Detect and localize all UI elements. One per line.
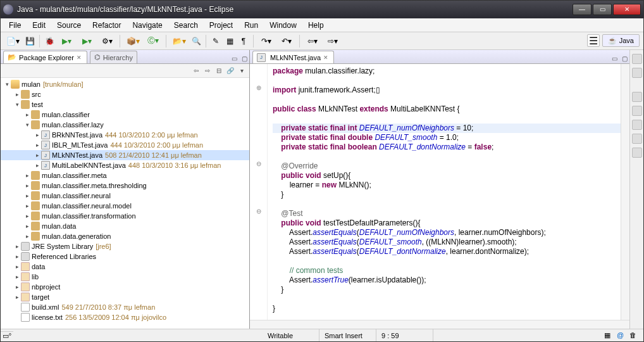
editor-pane: J MLkNNTest.java ✕ ▭ ▢ ⊕ ⊖ ⊖: [250, 50, 629, 329]
fwd-history-button[interactable]: ⇨: [202, 66, 213, 76]
search-button[interactable]: 🔍: [190, 35, 202, 48]
overview-ruler[interactable]: [621, 64, 629, 320]
status-icon[interactable]: @: [617, 331, 626, 340]
link-editor-button[interactable]: 🔗: [225, 66, 235, 76]
menu-refactor[interactable]: Refactor: [87, 20, 127, 31]
save-button[interactable]: 💾: [23, 35, 36, 48]
status-icon[interactable]: ▦: [604, 331, 613, 340]
folder-icon: [21, 262, 30, 271]
pkg-classifier[interactable]: ▸mulan.classifier: [1, 110, 249, 120]
tab-hierarchy[interactable]: ⌬ Hierarchy: [90, 51, 137, 63]
file-iblr[interactable]: ▸JIBLR_MLTest.java444 10/3/2010 2:00 μμ …: [1, 140, 249, 150]
minimized-view-icon[interactable]: [632, 148, 642, 158]
back-button[interactable]: ⇦▾: [303, 35, 322, 48]
folder-lib[interactable]: ▸lib: [1, 272, 249, 282]
minimized-view-icon[interactable]: [632, 106, 642, 116]
folder-nbproject[interactable]: ▸nbproject: [1, 282, 249, 292]
prev-annotation-button[interactable]: ↶▾: [277, 35, 296, 48]
forward-button[interactable]: ⇨▾: [323, 35, 342, 48]
open-type-button[interactable]: 📂▾: [170, 35, 189, 48]
restore-view-button[interactable]: [632, 54, 642, 64]
menu-source[interactable]: Source: [51, 20, 87, 31]
file-mlk[interactable]: ▸JMultiLabelKNNTest.java448 10/3/2010 3:…: [1, 160, 249, 170]
tab-package-explorer[interactable]: 📂 Package Explorer ✕: [3, 51, 87, 63]
status-icon[interactable]: 🗑: [629, 331, 638, 340]
menu-navigate[interactable]: Navigate: [127, 20, 168, 31]
menu-file[interactable]: File: [3, 20, 27, 31]
debug-button[interactable]: 🐞: [43, 35, 56, 48]
editor-minimize-button[interactable]: ▭: [609, 53, 619, 63]
back-history-button[interactable]: ⇦: [191, 66, 201, 76]
source-editor[interactable]: ⊕ ⊖ ⊖ package mulan.classifier.lazy; imp…: [250, 64, 629, 320]
tab-label: Package Explorer: [19, 54, 74, 61]
project-node[interactable]: ▾mulan[trunk/mulan]: [1, 79, 249, 89]
hierarchy-icon: ⌬: [94, 53, 101, 61]
open-perspective-button[interactable]: ☰: [587, 34, 600, 47]
fold-toggle-icon[interactable]: ⊖: [250, 159, 267, 168]
fast-view-button[interactable]: ▭°: [1, 331, 13, 340]
java-file-icon: J: [41, 141, 50, 149]
pkg-neural-model[interactable]: ▸mulan.classifier.neural.model: [1, 201, 249, 211]
next-annotation-button[interactable]: ↷▾: [257, 35, 276, 48]
package-explorer-tree[interactable]: ▾mulan[trunk/mulan] ▸src ▾test ▸mulan.cl…: [1, 78, 249, 329]
java-perspective-icon: ☕: [608, 37, 617, 45]
close-icon[interactable]: ✕: [77, 54, 83, 61]
menu-window[interactable]: Window: [264, 20, 302, 31]
toggle-block-button[interactable]: ▦: [223, 35, 236, 48]
file-mlknn[interactable]: ▸JMLkNNTest.java508 21/4/2010 12:41 μμ l…: [1, 150, 249, 160]
run-last-button[interactable]: ▶▾: [77, 35, 96, 48]
toggle-mark-button[interactable]: ✎: [209, 35, 222, 48]
fold-toggle-icon[interactable]: ⊖: [250, 206, 267, 216]
ref-lib[interactable]: ▸Referenced Libraries: [1, 251, 249, 262]
external-tools-button[interactable]: ⚙▾: [97, 35, 116, 48]
new-class-button[interactable]: Ⓒ▾: [144, 35, 163, 48]
source-text[interactable]: package mulan.classifier.lazy; import ju…: [268, 64, 621, 320]
file-build[interactable]: build.xml549 21/7/2010 8:37 πμ lefman: [1, 302, 249, 312]
new-button[interactable]: 📄▾: [3, 35, 22, 48]
editor-gutter[interactable]: ⊕ ⊖ ⊖: [250, 64, 268, 320]
close-icon[interactable]: ✕: [323, 54, 330, 61]
minimized-view-icon[interactable]: [632, 120, 642, 130]
menu-project[interactable]: Project: [204, 20, 238, 31]
menu-run[interactable]: Run: [238, 20, 264, 31]
new-package-button[interactable]: 📦▾: [123, 35, 142, 48]
titlebar[interactable]: Java - mulan/test/mulan/classifier/lazy/…: [1, 1, 643, 18]
folder-icon: [21, 282, 30, 291]
pkg-lazy[interactable]: ▾mulan.classifier.lazy: [1, 120, 249, 130]
src-folder[interactable]: ▸src: [1, 89, 249, 99]
folder-data[interactable]: ▸data: [1, 262, 249, 272]
minimized-view-icon[interactable]: [632, 68, 642, 78]
status-insert-mode: Smart Insert: [319, 329, 376, 341]
maximize-button[interactable]: ▭: [593, 4, 612, 15]
pkg-data-gen[interactable]: ▸mulan.data.generation: [1, 231, 249, 241]
show-whitespace-button[interactable]: ¶: [237, 35, 250, 48]
view-minimize-button[interactable]: ▭: [229, 53, 239, 63]
horizontal-scrollbar[interactable]: [250, 320, 629, 329]
fold-toggle-icon[interactable]: ⊕: [250, 83, 267, 92]
menu-help[interactable]: Help: [302, 20, 330, 31]
view-maximize-button[interactable]: ▢: [239, 53, 249, 63]
folder-target[interactable]: ▸target: [1, 292, 249, 302]
minimized-view-icon[interactable]: [632, 92, 642, 102]
file-license[interactable]: license.txt256 13/5/2009 12:04 πμ jojovi…: [1, 312, 249, 322]
minimized-view-icon[interactable]: [632, 134, 642, 144]
menu-edit[interactable]: Edit: [27, 20, 51, 31]
xml-file-icon: [21, 303, 30, 312]
run-button[interactable]: ▶▾: [57, 35, 76, 48]
editor-tab-mlknn[interactable]: J MLkNNTest.java ✕: [252, 51, 334, 63]
menu-search[interactable]: Search: [168, 20, 204, 31]
file-brknn[interactable]: ▸JBRkNNTest.java444 10/3/2010 2:00 μμ le…: [1, 130, 249, 140]
minimize-button[interactable]: —: [573, 4, 591, 15]
test-folder[interactable]: ▾test: [1, 99, 249, 110]
view-menu-button[interactable]: ▾: [237, 66, 247, 76]
pkg-data[interactable]: ▸mulan.data: [1, 221, 249, 231]
pkg-meta[interactable]: ▸mulan.classifier.meta: [1, 170, 249, 180]
perspective-java[interactable]: ☕ Java: [602, 34, 640, 47]
pkg-meta-thresholding[interactable]: ▸mulan.classifier.meta.thresholding: [1, 180, 249, 191]
close-button[interactable]: ✕: [613, 4, 641, 15]
pkg-neural[interactable]: ▸mulan.classifier.neural: [1, 191, 249, 201]
collapse-all-button[interactable]: ⊟: [214, 66, 224, 76]
pkg-transformation[interactable]: ▸mulan.classifier.transformation: [1, 211, 249, 221]
editor-maximize-button[interactable]: ▢: [619, 53, 629, 63]
jre-lib[interactable]: ▸JRE System Library[jre6]: [1, 241, 249, 251]
